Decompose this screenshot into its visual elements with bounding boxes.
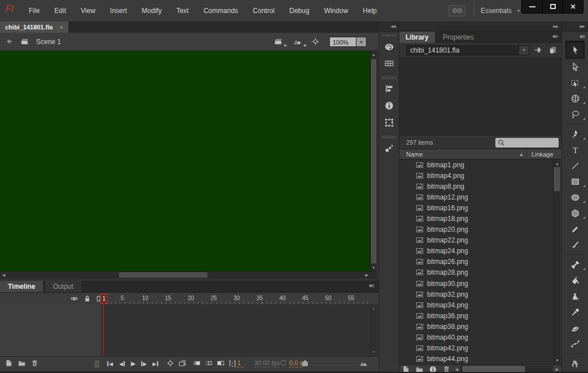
show-hide-all-layers-icon[interactable] [70, 294, 79, 303]
library-item-row[interactable]: bitmap36.png [399, 310, 553, 321]
close-button[interactable]: ✕ [563, 0, 583, 13]
stage-zoom-value[interactable]: 100% [329, 37, 356, 47]
timeline-zoom-fit-icon[interactable] [359, 359, 368, 368]
menu-file[interactable]: File [21, 7, 47, 15]
expand-panels-button[interactable]: ◀◀ [379, 21, 399, 32]
collapse-tools-dock-button[interactable]: ▶▶ [562, 21, 588, 32]
scroll-up-icon[interactable]: ▲ [371, 305, 377, 311]
menu-modify[interactable]: Modify [134, 7, 169, 15]
text-tool[interactable]: T [562, 142, 588, 158]
delete-layer-button[interactable] [31, 359, 39, 367]
current-frame-value[interactable]: 1 [234, 359, 243, 367]
reset-timer-icon[interactable] [279, 359, 288, 367]
pin-library-icon[interactable] [534, 46, 542, 54]
scroll-down-icon[interactable]: ▼ [554, 357, 560, 363]
scroll-thumb[interactable] [371, 59, 376, 263]
pen-tool[interactable] [562, 126, 588, 142]
scroll-down-icon[interactable]: ▼ [371, 264, 377, 271]
menu-help[interactable]: Help [355, 7, 384, 15]
library-item-row[interactable]: bitmap8.png [399, 181, 553, 192]
stage-canvas[interactable] [0, 51, 370, 271]
brush-tool[interactable] [562, 237, 588, 253]
selection-tool[interactable] [565, 41, 585, 59]
menu-debug[interactable]: Debug [282, 7, 316, 15]
stage-horizontal-scrollbar[interactable]: ◀ ▶ [0, 271, 377, 279]
eraser-tool[interactable] [562, 320, 588, 336]
document-tab[interactable]: chibi_141801.fla × [0, 21, 68, 33]
step-back-button[interactable]: ◀ [117, 359, 127, 368]
rectangle-tool[interactable] [562, 174, 588, 189]
playhead-marker[interactable]: 1 [100, 293, 108, 304]
tools-panel-menu-icon[interactable]: ▾≡ [562, 32, 588, 41]
stage-zoom-dropdown-button[interactable]: ▼ [356, 37, 367, 47]
scroll-down-icon[interactable]: ▼ [371, 349, 377, 354]
library-item-row[interactable]: bitmap30.png [399, 278, 553, 289]
panel-menu-icon[interactable]: ▾≡ [552, 33, 557, 40]
library-item-row[interactable]: bitmap34.png [399, 300, 553, 310]
library-item-row[interactable]: bitmap26.png [399, 257, 553, 267]
go-to-last-frame-button[interactable]: ▶ [150, 359, 160, 368]
width-tool[interactable] [562, 336, 588, 352]
library-item-row[interactable]: bitmap12.png [399, 192, 553, 202]
hand-tool[interactable] [562, 355, 588, 371]
menu-window[interactable]: Window [317, 7, 356, 15]
menu-commands[interactable]: Commands [196, 7, 245, 15]
eyedropper-tool[interactable] [562, 304, 588, 320]
stage-vertical-scrollbar[interactable]: ▲ ▼ [370, 51, 377, 271]
sync-settings-button[interactable]: ⚙⚙ [448, 5, 465, 16]
transform-panel-button[interactable] [379, 114, 399, 131]
onion-skin-outlines-button[interactable] [204, 359, 213, 367]
menu-text[interactable]: Text [169, 7, 196, 15]
back-arrow-icon[interactable] [5, 37, 13, 46]
panel-resize-gripper[interactable] [95, 361, 99, 368]
scroll-thumb[interactable] [463, 366, 525, 372]
paint-bucket-tool[interactable] [562, 272, 588, 288]
library-item-row[interactable]: bitmap44.png [399, 354, 553, 365]
search-input[interactable] [506, 140, 555, 146]
dropdown-arrow-icon[interactable]: ▼ [519, 46, 529, 55]
library-document-select[interactable]: chibi_141801.fla ▼ [406, 45, 529, 55]
frame-ruler[interactable]: 1 510152025303540455055 [102, 293, 370, 305]
panel-group-gripper[interactable] [382, 34, 396, 37]
library-item-row[interactable]: bitmap4.png [399, 170, 553, 181]
onion-skin-button[interactable] [193, 359, 201, 367]
tab-properties[interactable]: Properties [437, 32, 480, 43]
timeline-zoom-slider-thumb[interactable] [302, 360, 308, 366]
info-panel-button[interactable] [379, 97, 399, 114]
edit-scene-button[interactable] [274, 37, 282, 46]
tab-timeline[interactable]: Timeline [0, 281, 43, 292]
library-item-row[interactable]: bitmap42.png [399, 343, 553, 354]
library-item-row[interactable]: bitmap1.png [399, 159, 553, 170]
motion-presets-panel-button[interactable] [379, 140, 399, 157]
library-vertical-scrollbar[interactable]: ▲ ▼ [553, 159, 560, 365]
column-divider[interactable] [527, 149, 528, 159]
edit-symbols-button[interactable] [293, 37, 302, 46]
align-panel-button[interactable] [379, 80, 399, 97]
center-frame-button[interactable] [166, 359, 175, 367]
ink-bottle-tool[interactable] [562, 288, 588, 304]
library-search-box[interactable] [495, 138, 559, 148]
tab-output[interactable]: Output [45, 281, 81, 292]
lasso-tool[interactable] [562, 106, 588, 122]
scroll-left-icon[interactable]: ◀ [1, 272, 7, 279]
new-layer-button[interactable] [5, 359, 13, 367]
loop-playback-button[interactable] [178, 359, 186, 367]
bone-tool[interactable] [562, 257, 588, 272]
playhead-line[interactable] [103, 303, 104, 356]
panel-menu-icon[interactable]: ▾≡ [369, 283, 374, 289]
play-button[interactable]: ▶ [128, 359, 138, 368]
scroll-up-icon[interactable]: ▲ [371, 51, 377, 58]
library-item-row[interactable]: bitmap16.png [399, 202, 553, 213]
column-header-linkage[interactable]: Linkage [532, 149, 554, 159]
column-header-name[interactable]: Name [406, 149, 423, 159]
layer-list-area[interactable] [0, 304, 102, 356]
scroll-right-icon[interactable]: ▶ [364, 272, 370, 279]
library-item-row[interactable]: bitmap22.png [399, 235, 553, 246]
go-to-first-frame-button[interactable]: ◀ [105, 359, 115, 368]
library-item-row[interactable]: bitmap20.png [399, 224, 553, 235]
frame-rate-value[interactable]: 30.00 fps [254, 359, 280, 367]
library-item-row[interactable]: bitmap40.png [399, 332, 553, 343]
panel-group-gripper[interactable] [382, 136, 396, 138]
new-folder-button[interactable] [18, 359, 26, 367]
menu-control[interactable]: Control [246, 7, 282, 15]
